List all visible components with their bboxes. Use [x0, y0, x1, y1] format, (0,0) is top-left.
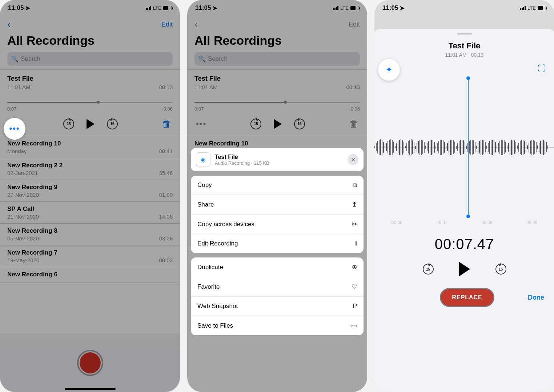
- ruler-tick: 00:08: [481, 220, 492, 225]
- screenshot-3: 11:05 ➤ LTE Test File 11:01 AM 00:13 ✦ ⛶: [374, 0, 554, 392]
- sheet-item-icon: ♡: [352, 283, 357, 291]
- more-button[interactable]: •••: [196, 119, 206, 129]
- sheet-item-web-snapshot[interactable]: Web Snapshot P: [191, 297, 364, 316]
- signal-icon: [520, 6, 526, 10]
- location-icon: ➤: [25, 4, 30, 12]
- play-button[interactable]: [274, 119, 282, 129]
- search-icon: 🔍: [198, 55, 206, 63]
- done-button[interactable]: Done: [528, 294, 544, 301]
- list-item-sub: Monday: [7, 148, 27, 154]
- skip-forward-button[interactable]: 15: [294, 119, 305, 129]
- search-placeholder: Search: [208, 55, 228, 63]
- page-title: All Recordings: [0, 32, 180, 51]
- sheet-item-icon: ✂: [352, 220, 357, 228]
- editor-sheet: Test File 11:01 AM 00:13 ✦ ⛶ 00:0600:070…: [374, 29, 554, 392]
- search-input[interactable]: 🔍 Search: [194, 52, 360, 66]
- sheet-item-icon: P: [353, 303, 357, 310]
- scrubber[interactable]: [7, 100, 173, 105]
- list-item-sub: 02-Jan-2021: [7, 170, 38, 176]
- skip-forward-button[interactable]: 15: [495, 264, 506, 275]
- sheet-item-icon: ⊕: [352, 263, 357, 271]
- back-button[interactable]: ‹: [7, 19, 11, 30]
- location-icon: ➤: [212, 4, 217, 12]
- sheet-item-label: Edit Recording: [197, 240, 238, 247]
- list-row-header: New Recording 10: [187, 136, 367, 148]
- ruler-tick: 00:07: [437, 220, 447, 225]
- sheet-item-label: Share: [197, 201, 214, 208]
- sheet-item-save-to-files[interactable]: Save to Files ▭: [191, 316, 364, 335]
- sheet-item-copy[interactable]: Copy ⧉: [191, 176, 364, 195]
- play-button[interactable]: [459, 262, 470, 276]
- network-label: LTE: [153, 5, 161, 11]
- trim-button[interactable]: ⛶: [538, 64, 546, 73]
- waveform[interactable]: [374, 78, 554, 216]
- search-input[interactable]: 🔍 Search: [7, 52, 173, 66]
- record-area: [0, 334, 180, 392]
- home-indicator[interactable]: [65, 388, 116, 390]
- selected-recording[interactable]: Test File 11:01 AM 00:13 0:07 -0:06 ••• …: [187, 70, 367, 136]
- delete-button[interactable]: 🗑: [349, 118, 358, 129]
- play-button[interactable]: [87, 119, 95, 129]
- list-item-name: SP A Call: [7, 205, 173, 213]
- sheet-close-button[interactable]: ✕: [348, 154, 358, 165]
- sheet-item-label: Copy: [197, 181, 212, 189]
- highlight-enhance: ✦: [378, 59, 400, 81]
- sheet-grabber[interactable]: [457, 33, 472, 35]
- skip-back-button[interactable]: 15: [63, 119, 74, 129]
- status-time: 11:05: [382, 4, 398, 12]
- list-item-sub: 19-May-2020: [7, 257, 39, 263]
- highlight-more: •••: [4, 118, 25, 140]
- sheet-item-edit-recording[interactable]: Edit Recording ⫴: [191, 234, 364, 253]
- sheet-header-label: New Recording 10: [194, 140, 360, 147]
- sheet-item-label: Save to Files: [197, 322, 233, 329]
- status-time: 11:05: [8, 4, 24, 12]
- editor-title: Test File: [374, 41, 554, 51]
- scrub-remaining: -0:06: [162, 106, 173, 112]
- status-bar: 11:05 ➤ LTE: [374, 0, 554, 16]
- skip-forward-button[interactable]: 15: [107, 119, 118, 129]
- sheet-item-duplicate[interactable]: Duplicate ⊕: [191, 257, 364, 277]
- sheet-item-share[interactable]: Share ↥: [191, 195, 364, 215]
- time-ruler: 00:0600:0700:0800:09: [374, 216, 554, 229]
- sparkle-icon: ✦: [386, 65, 392, 75]
- edit-button[interactable]: Edit: [161, 21, 173, 28]
- sheet-item-label: Web Snapshot: [197, 303, 238, 310]
- selected-name: Test File: [194, 75, 360, 83]
- ruler-tick: 00:09: [526, 220, 537, 225]
- replace-button[interactable]: REPLACE: [440, 288, 494, 307]
- battery-icon: [163, 6, 172, 10]
- scrubber[interactable]: [194, 100, 360, 105]
- list-item[interactable]: New Recording 10 Monday 00:41: [0, 136, 180, 158]
- edit-button[interactable]: Edit: [349, 21, 360, 28]
- sheet-header: ◈ Test File Audio Recording · 115 KB ✕: [191, 148, 364, 171]
- sheet-item-favorite[interactable]: Favorite ♡: [191, 277, 364, 297]
- list-item[interactable]: New Recording 6: [0, 267, 180, 283]
- list-item[interactable]: SP A Call 21-Nov-2020 14:06: [0, 202, 180, 224]
- skip-back-button[interactable]: 15: [250, 119, 261, 129]
- list-item[interactable]: New Recording 8 05-Nov-2020 03:28: [0, 224, 180, 245]
- sheet-item-copy-across-devices[interactable]: Copy across devices ✂: [191, 215, 364, 234]
- status-time: 11:05: [195, 4, 211, 12]
- record-button[interactable]: [77, 350, 103, 376]
- list-item[interactable]: New Recording 2 2 02-Jan-2021 35:46: [0, 158, 180, 180]
- list-item[interactable]: New Recording 7 19-May-2020 00:03: [0, 245, 180, 267]
- skip-back-button[interactable]: 15: [423, 264, 434, 275]
- list-item-sub: 27-Nov-2020: [7, 192, 39, 198]
- list-item-dur: 03:28: [159, 235, 173, 241]
- list-item-name: New Recording 7: [7, 249, 173, 256]
- delete-button[interactable]: 🗑: [162, 118, 171, 129]
- nav-bar: ‹ Edit: [0, 16, 180, 32]
- sheet-item-label: Favorite: [197, 283, 220, 291]
- search-placeholder: Search: [21, 55, 40, 63]
- scrub-remaining: -0:06: [349, 106, 360, 112]
- list-item[interactable]: New Recording 9 27-Nov-2020 01:09: [0, 180, 180, 202]
- sheet-item-icon: ▭: [351, 322, 357, 329]
- list-item-name: New Recording 10: [7, 140, 173, 147]
- sheet-item-icon: ⧉: [353, 181, 357, 189]
- list-item-dur: 35:46: [159, 170, 173, 176]
- list-item-name: New Recording 6: [7, 271, 173, 278]
- page-title: All Recordings: [187, 32, 367, 51]
- selected-name: Test File: [7, 75, 173, 83]
- back-button[interactable]: ‹: [194, 19, 198, 30]
- selected-recording[interactable]: Test File 11:01 AM 00:13 0:07 -0:06 ••• …: [0, 70, 180, 136]
